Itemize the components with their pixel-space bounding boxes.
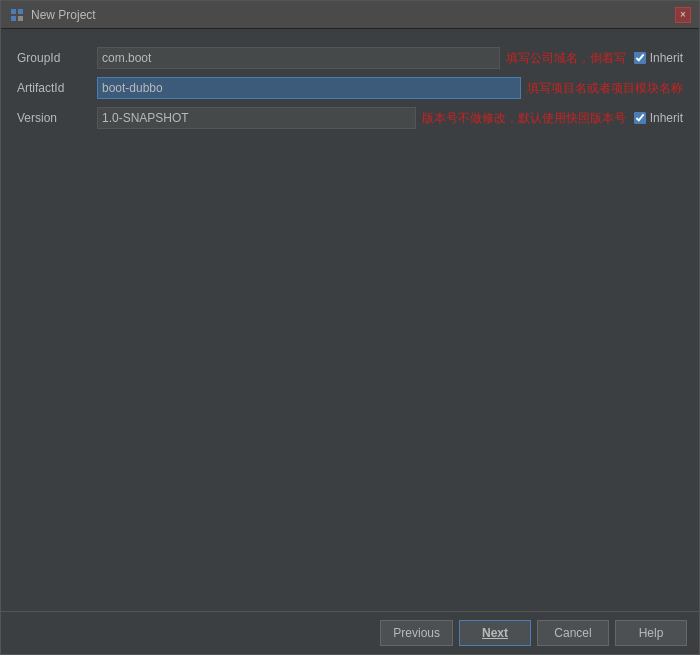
artifact-id-label: ArtifactId — [17, 81, 97, 95]
version-inherit-label: Inherit — [650, 111, 683, 125]
group-id-input[interactable] — [97, 47, 500, 69]
artifact-id-input-wrapper: 填写项目名或者项目模块名称 — [97, 77, 683, 99]
content-area: GroupId 填写公司域名，倒着写 Inherit ArtifactId 填写… — [1, 29, 699, 611]
close-button[interactable]: × — [675, 7, 691, 23]
artifact-id-row: ArtifactId 填写项目名或者项目模块名称 — [17, 75, 683, 101]
group-id-label: GroupId — [17, 51, 97, 65]
version-input[interactable] — [97, 107, 416, 129]
artifact-id-input[interactable] — [97, 77, 521, 99]
window-title: New Project — [31, 8, 675, 22]
title-bar: New Project × — [1, 1, 699, 29]
version-label: Version — [17, 111, 97, 125]
previous-button[interactable]: Previous — [380, 620, 453, 646]
artifact-id-hint: 填写项目名或者项目模块名称 — [527, 80, 683, 97]
svg-rect-2 — [11, 16, 16, 21]
version-inherit-checkbox[interactable] — [634, 112, 646, 124]
group-id-row: GroupId 填写公司域名，倒着写 Inherit — [17, 45, 683, 71]
cancel-button[interactable]: Cancel — [537, 620, 609, 646]
svg-rect-3 — [18, 16, 23, 21]
next-button[interactable]: Next — [459, 620, 531, 646]
form-area: GroupId 填写公司域名，倒着写 Inherit ArtifactId 填写… — [17, 45, 683, 131]
version-input-wrapper: 版本号不做修改，默认使用快照版本号 — [97, 107, 626, 129]
version-inherit: Inherit — [634, 111, 683, 125]
group-id-inherit-label: Inherit — [650, 51, 683, 65]
svg-rect-0 — [11, 9, 16, 14]
svg-rect-1 — [18, 9, 23, 14]
group-id-inherit-checkbox[interactable] — [634, 52, 646, 64]
footer: Previous Next Cancel Help — [1, 611, 699, 654]
version-row: Version 版本号不做修改，默认使用快照版本号 Inherit — [17, 105, 683, 131]
group-id-input-wrapper: 填写公司域名，倒着写 — [97, 47, 626, 69]
help-button[interactable]: Help — [615, 620, 687, 646]
group-id-hint: 填写公司域名，倒着写 — [506, 50, 626, 67]
version-hint: 版本号不做修改，默认使用快照版本号 — [422, 110, 626, 127]
group-id-inherit: Inherit — [634, 51, 683, 65]
window-icon — [9, 7, 25, 23]
new-project-window: New Project × GroupId 填写公司域名，倒着写 Inherit… — [0, 0, 700, 655]
